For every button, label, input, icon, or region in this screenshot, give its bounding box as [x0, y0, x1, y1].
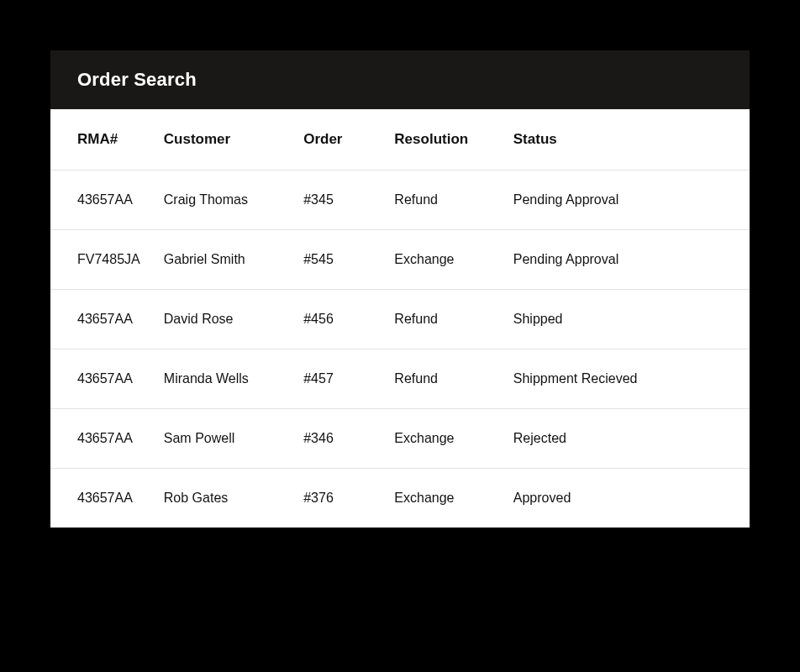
col-order-header: Order	[295, 109, 386, 171]
cell-resolution: Refund	[386, 290, 504, 349]
table-row[interactable]: 43657AA Rob Gates #376 Exchange Approved	[50, 469, 750, 528]
cell-resolution: Exchange	[386, 469, 504, 528]
cell-rma: FV7485JA	[50, 230, 155, 290]
col-customer-header: Customer	[155, 109, 295, 171]
cell-status: Shippment Recieved	[505, 349, 750, 409]
cell-customer: Rob Gates	[155, 469, 295, 528]
cell-rma: 43657AA	[50, 469, 155, 528]
cell-status: Pending Approval	[505, 230, 750, 290]
col-resolution-header: Resolution	[386, 109, 504, 171]
cell-customer: Gabriel Smith	[155, 230, 295, 290]
cell-customer: Miranda Wells	[155, 349, 295, 409]
cell-rma: 43657AA	[50, 349, 155, 409]
cell-customer: David Rose	[155, 290, 295, 349]
order-search-panel: Order Search RMA# Customer Order Resolut…	[50, 50, 750, 528]
orders-table: RMA# Customer Order Resolution Status 43…	[50, 109, 750, 528]
panel-title: Order Search	[77, 69, 723, 91]
table-row[interactable]: 43657AA Craig Thomas #345 Refund Pending…	[50, 171, 750, 230]
cell-rma: 43657AA	[50, 409, 155, 469]
panel-header: Order Search	[50, 50, 750, 109]
cell-order: #376	[295, 469, 386, 528]
table-row[interactable]: FV7485JA Gabriel Smith #545 Exchange Pen…	[50, 230, 750, 290]
cell-rma: 43657AA	[50, 290, 155, 349]
col-rma-header: RMA#	[50, 109, 155, 171]
table-row[interactable]: 43657AA Sam Powell #346 Exchange Rejecte…	[50, 409, 750, 469]
table-row[interactable]: 43657AA Miranda Wells #457 Refund Shippm…	[50, 349, 750, 409]
cell-order: #346	[295, 409, 386, 469]
cell-order: #345	[295, 171, 386, 230]
cell-order: #456	[295, 290, 386, 349]
table-row[interactable]: 43657AA David Rose #456 Refund Shipped	[50, 290, 750, 349]
table-header-row: RMA# Customer Order Resolution Status	[50, 109, 750, 171]
cell-order: #457	[295, 349, 386, 409]
cell-customer: Sam Powell	[155, 409, 295, 469]
cell-status: Pending Approval	[505, 171, 750, 230]
col-status-header: Status	[505, 109, 750, 171]
cell-rma: 43657AA	[50, 171, 155, 230]
cell-resolution: Refund	[386, 171, 504, 230]
cell-order: #545	[295, 230, 386, 290]
cell-resolution: Exchange	[386, 409, 504, 469]
cell-status: Approved	[505, 469, 750, 528]
cell-resolution: Exchange	[386, 230, 504, 290]
cell-status: Rejected	[505, 409, 750, 469]
cell-status: Shipped	[505, 290, 750, 349]
cell-customer: Craig Thomas	[155, 171, 295, 230]
cell-resolution: Refund	[386, 349, 504, 409]
